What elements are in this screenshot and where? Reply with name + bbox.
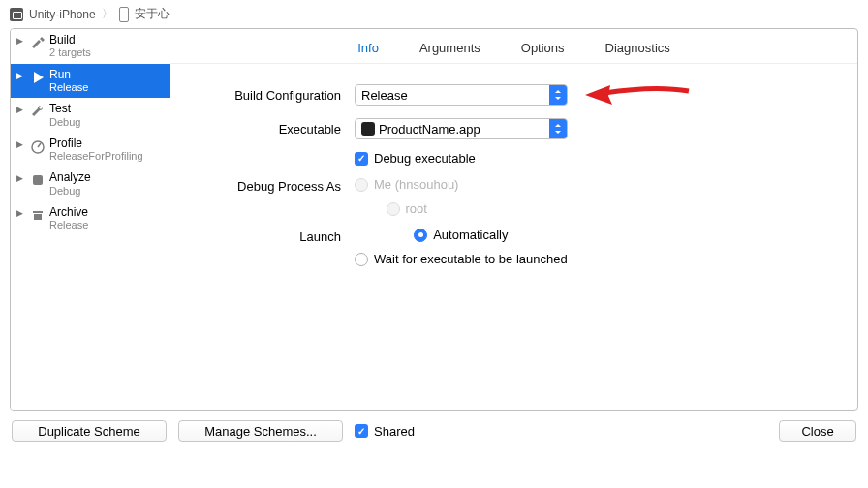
scheme-editor-sheet: ▶ Build 2 targets ▶ Run Release ▶ [10, 28, 858, 411]
tab-bar: Info Arguments Options Diagnostics [170, 29, 857, 64]
debug-process-as-label: Debug Process As [180, 177, 355, 194]
gauge-icon [26, 137, 49, 155]
close-button[interactable]: Close [779, 420, 856, 442]
sidebar-item-subtitle: Release [49, 219, 88, 231]
launch-auto-radio[interactable]: Automatically [414, 228, 508, 242]
sidebar-item-analyze[interactable]: ▶ Analyze Debug [11, 167, 170, 201]
launch-wait-radio[interactable]: Wait for executable to be launched [355, 252, 568, 266]
radio-circle-icon [387, 202, 400, 216]
project-icon [10, 8, 23, 21]
tab-info[interactable]: Info [357, 41, 379, 55]
checkbox-checked-icon: ✓ [355, 424, 368, 438]
tab-arguments[interactable]: Arguments [419, 41, 480, 55]
chevron-right-icon: 〉 [102, 6, 113, 22]
checkbox-checked-icon: ✓ [355, 152, 368, 166]
launch-label: Launch [180, 228, 355, 244]
duplicate-scheme-button[interactable]: Duplicate Scheme [12, 420, 167, 442]
disclosure-triangle-icon[interactable]: ▶ [16, 208, 26, 218]
updown-caret-icon [549, 85, 567, 105]
sidebar-item-subtitle: ReleaseForProfiling [49, 150, 143, 163]
tab-diagnostics[interactable]: Diagnostics [605, 41, 670, 55]
sidebar-item-label: Archive [49, 205, 88, 219]
build-configuration-label: Build Configuration [180, 88, 355, 103]
disclosure-triangle-icon[interactable]: ▶ [16, 173, 26, 183]
sidebar-item-subtitle: Release [49, 81, 88, 94]
manage-schemes-button[interactable]: Manage Schemes... [178, 420, 343, 442]
debug-executable-label: Debug executable [374, 151, 476, 166]
radio-circle-icon [355, 178, 368, 192]
launch-auto-label: Automatically [433, 228, 508, 242]
executable-value: ProductName.app [379, 122, 480, 137]
shared-label: Shared [374, 424, 415, 439]
analyze-icon [26, 171, 49, 189]
debug-executable-checkbox[interactable]: ✓ Debug executable [355, 151, 476, 166]
breadcrumb-device[interactable]: 安于心 [135, 6, 170, 22]
radio-circle-icon [414, 229, 427, 242]
sidebar-item-subtitle: Debug [49, 185, 91, 198]
executable-label: Executable [180, 122, 355, 137]
sidebar-item-label: Test [49, 102, 80, 115]
sidebar-item-run[interactable]: ▶ Run Release [11, 64, 170, 99]
wrench-icon [26, 103, 49, 120]
disclosure-triangle-icon[interactable]: ▶ [16, 36, 26, 46]
app-icon [361, 122, 375, 136]
sidebar-item-build[interactable]: ▶ Build 2 targets [11, 29, 170, 64]
breadcrumb-project[interactable]: Unity-iPhone [29, 8, 96, 21]
scheme-content: Info Arguments Options Diagnostics Build… [170, 29, 857, 410]
sidebar-item-subtitle: Debug [49, 116, 80, 129]
debug-process-root-radio: root [387, 201, 427, 216]
sidebar-item-label: Build [49, 33, 91, 46]
build-configuration-select[interactable]: Release [355, 84, 568, 106]
info-form: Build Configuration Release [170, 64, 857, 297]
disclosure-triangle-icon[interactable]: ▶ [16, 105, 26, 114]
archive-icon [26, 206, 49, 224]
sidebar-item-label: Analyze [49, 170, 91, 184]
sidebar-item-label: Run [49, 68, 88, 81]
hammer-icon [26, 34, 49, 51]
disclosure-triangle-icon[interactable]: ▶ [16, 71, 26, 80]
radio-circle-icon [355, 253, 368, 266]
debug-process-root-label: root [406, 201, 427, 216]
bottom-bar: Duplicate Scheme Manage Schemes... ✓ Sha… [0, 411, 868, 451]
breadcrumb: Unity-iPhone 〉 安于心 [0, 0, 868, 28]
sidebar-item-label: Profile [49, 137, 143, 150]
executable-select[interactable]: ProductName.app [355, 118, 568, 139]
debug-process-me-label: Me (hnsouhou) [374, 177, 458, 192]
play-icon [26, 69, 49, 86]
build-configuration-value: Release [361, 88, 408, 103]
debug-process-me-radio: Me (hnsouhou) [355, 177, 458, 192]
sidebar-item-profile[interactable]: ▶ Profile ReleaseForProfiling [11, 133, 170, 168]
red-arrow-annotation [577, 83, 684, 107]
svg-rect-1 [33, 175, 43, 185]
scheme-sidebar: ▶ Build 2 targets ▶ Run Release ▶ [11, 29, 170, 410]
updown-caret-icon [549, 119, 567, 138]
sidebar-item-subtitle: 2 targets [49, 46, 91, 59]
disclosure-triangle-icon[interactable]: ▶ [16, 139, 26, 149]
sidebar-item-archive[interactable]: ▶ Archive Release [11, 201, 170, 236]
launch-wait-label: Wait for executable to be launched [374, 252, 568, 266]
tab-options[interactable]: Options [521, 41, 565, 55]
device-icon [119, 7, 129, 22]
sidebar-item-test[interactable]: ▶ Test Debug [11, 98, 170, 133]
shared-checkbox[interactable]: ✓ Shared [355, 424, 415, 439]
